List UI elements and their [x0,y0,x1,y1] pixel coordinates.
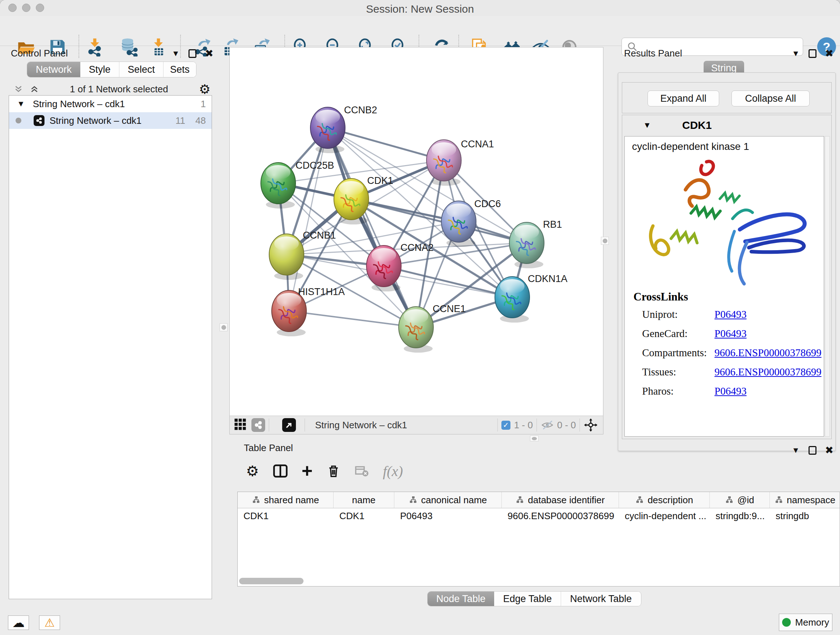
column-header-namespace[interactable]: namespace [770,492,840,508]
hidden-items-icon[interactable] [540,420,554,431]
tab-edge-table[interactable]: Edge Table [494,592,561,606]
selected-items-icon[interactable]: ✓ [501,421,510,430]
bottom-splitter-handle[interactable] [530,435,538,441]
network-graph[interactable]: CCNB2CCNA1CDC25BCDK1CDC6RB1CCNB1CCNA2CDK… [230,48,603,416]
cell-name: CDK1 [333,508,394,524]
crosslink-link[interactable]: P06493 [714,385,747,397]
crosslink-row: Tissues:9606.ENSP00000378699 [642,366,821,378]
tab-network-table[interactable]: Network Table [561,592,641,606]
node-CDC25B[interactable]: CDC25B [261,160,334,209]
crosslink-label: Uniprot: [642,309,714,320]
collapse-all-icon[interactable] [14,84,23,94]
crosslink-row: GeneCard:P06493 [642,328,821,340]
panel-menu-icon[interactable]: ▼ [792,446,800,455]
detach-view-button[interactable] [282,418,296,432]
column-header-name[interactable]: name [333,492,394,508]
tree-expand-icon[interactable]: ▼ [17,99,25,109]
tab-network[interactable]: Network [27,62,80,77]
expand-all-icon[interactable] [30,84,39,94]
node-HIST1H1A[interactable]: HIST1H1A [272,287,345,336]
window-title: Session: New Session [0,3,840,15]
crosslink-label: Tissues: [642,366,714,378]
expand-all-button[interactable]: Expand All [647,90,719,106]
left-splitter-handle[interactable] [219,323,227,331]
grid-mode-button[interactable] [234,418,246,432]
crosslink-link[interactable]: P06493 [714,309,747,320]
node-table[interactable]: shared namename canonical name database … [237,492,840,586]
node-CCNE1[interactable]: CCNE1 [399,303,466,353]
node-CCNA1[interactable]: CCNA1 [426,139,494,186]
expand-collapse-box: Expand All Collapse All [622,82,832,113]
show-columns-icon[interactable] [273,463,288,478]
network-row-selected[interactable]: String Network – cdk1 11 48 [9,112,212,129]
horizontal-scrollbar-thumb[interactable] [239,578,303,584]
node-CDKN1A[interactable]: CDKN1A [495,273,568,323]
network-options-gear-icon[interactable]: ⚙ [199,82,210,97]
float-panel-icon[interactable] [188,49,196,58]
warnings-button[interactable]: ⚠ [39,616,60,630]
crosslink-link[interactable]: 9606.ENSP00000378699 [714,366,821,378]
column-header-canonical-name[interactable]: canonical name [394,492,502,508]
netbar-separator [305,418,305,432]
delete-column-trash-icon[interactable] [326,464,341,478]
column-header-shared-name[interactable]: shared name [238,492,333,508]
crosslink-link[interactable]: P06493 [714,328,747,340]
node-RB1[interactable]: RB1 [509,219,562,268]
table-row[interactable]: CDK1CDK1P064939606.ENSP00000378699cyclin… [238,508,840,524]
node-CCNB2[interactable]: CCNB2 [310,105,377,153]
node-label-CCNA2: CCNA2 [401,242,434,253]
column-header-database-identifier[interactable]: database identifier [502,492,619,508]
node-CCNB1[interactable]: CCNB1 [269,230,336,280]
cell-shared-name: CDK1 [238,508,333,524]
tab-select[interactable]: Select [119,62,164,77]
netbar-separator [269,418,269,432]
column-network-icon [252,496,261,504]
edge-HIST1H1A-CCNE1[interactable] [289,311,416,327]
collapse-all-button[interactable]: Collapse All [731,90,810,106]
edge-count: 48 [195,115,206,126]
cloud-status-button[interactable]: ☁ [8,616,29,630]
crosslinks-heading: CrossLinks [633,290,821,303]
gene-section: ▼ CDK1 cyclin-dependent kinase 1 [622,115,832,439]
grid-icon [234,418,246,431]
close-panel-icon[interactable]: ✖ [205,49,213,59]
gene-header[interactable]: ▼ CDK1 [622,115,831,135]
add-column-icon[interactable]: + [302,463,313,478]
float-panel-icon[interactable] [808,49,816,58]
close-panel-icon[interactable]: ✖ [825,49,834,59]
tab-style[interactable]: Style [80,62,119,77]
tab-node-table[interactable]: Node Table [428,592,494,606]
memory-button[interactable]: Memory [779,614,832,631]
column-header-description[interactable]: description [619,492,710,508]
results-panel: Results Panel ▼ ✖ String Expand All Coll… [615,47,840,441]
app-window: Session: New Session [0,0,840,635]
edge-CCNB2-CCNE1[interactable] [328,128,416,327]
node-label-CDKN1A: CDKN1A [528,273,568,284]
delete-table-icon [355,464,369,478]
panel-menu-icon[interactable]: ▼ [792,49,800,58]
crosslink-label: Compartments: [642,347,714,359]
network-view[interactable]: CCNB2CCNA1CDC25BCDK1CDC6RB1CCNB1CCNA2CDK… [229,47,603,434]
gene-details: cyclin-dependent kinase 1 [624,136,824,437]
memory-label: Memory [795,617,829,628]
node-label-CCNB1: CCNB1 [303,230,336,241]
close-panel-icon[interactable]: ✖ [825,445,834,455]
edge-CCNB2-HIST1H1A[interactable] [289,128,328,311]
node-label-RB1: RB1 [543,219,562,230]
crosslink-link[interactable]: 9606.ENSP00000378699 [714,347,821,359]
network-collection-row[interactable]: ▼ String Network – cdk1 1 [9,96,212,112]
right-splitter-handle[interactable] [601,237,609,245]
results-scrollbar[interactable] [825,136,830,437]
table-options-gear-icon[interactable]: ⚙ [246,463,259,479]
network-tree: ▼ String Network – cdk1 1 String Network… [9,95,212,599]
float-panel-icon[interactable] [808,446,816,455]
column-header-@id[interactable]: @id [710,492,770,508]
network-selection-status: 1 of 1 Network selected [39,84,199,95]
tab-sets[interactable]: Sets [164,62,196,77]
warning-icon: ⚠ [44,616,55,630]
network-view-share-icon[interactable] [251,418,265,432]
birds-eye-view-icon[interactable] [584,418,598,432]
collapse-gene-icon[interactable]: ▼ [643,120,651,130]
node-label-CCNA1: CCNA1 [461,139,494,149]
panel-menu-icon[interactable]: ▼ [172,49,180,58]
